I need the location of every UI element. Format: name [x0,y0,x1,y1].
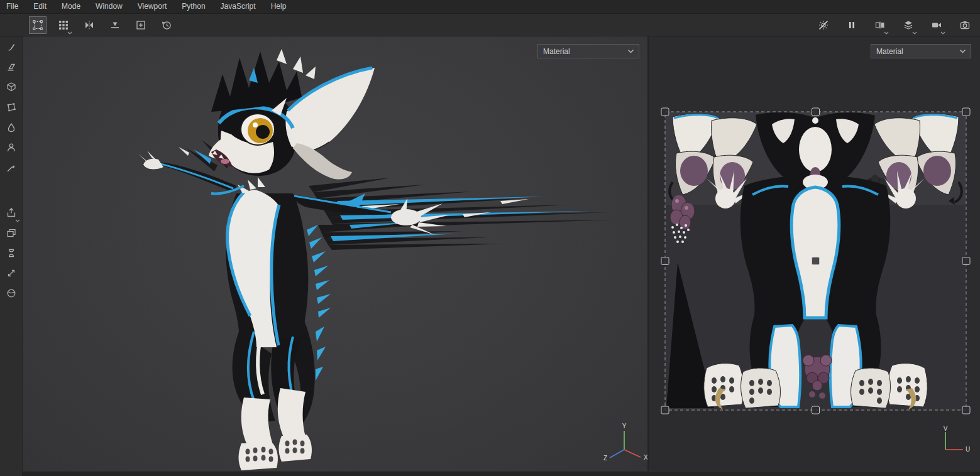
add-frame-icon [135,19,146,31]
uv-chunk-selection-icon [32,19,43,31]
symmetry-toggle-button[interactable] [80,16,98,34]
menu-window[interactable]: Window [88,0,130,13]
chevron-down-icon [940,31,945,35]
uv-handle-top-center[interactable] [812,108,820,116]
symmetry-icon [84,19,95,31]
material-layers-icon [903,19,914,31]
material-selector-3d[interactable]: Material [537,44,639,58]
tile-selection-button[interactable] [55,16,72,34]
axis-gizmo-3d: Y X Z [602,422,647,466]
export-icon [6,207,17,219]
chevron-down-icon [912,31,917,35]
menu-viewport[interactable]: Viewport [130,0,174,13]
menu-help[interactable]: Help [263,0,294,13]
toolbar-right-group [815,16,974,34]
polygon-fill-tool-button[interactable] [3,99,19,116]
resize-arrows-icon [6,268,17,279]
resources-stack-icon [6,227,17,239]
main-toolbar [0,14,980,36]
character-chest [227,177,279,347]
bottom-panel-edge [23,471,980,476]
chevron-down-icon [627,49,634,53]
viewport-screenshot-button[interactable] [956,16,974,34]
viewport-2d[interactable]: Material V U [649,36,980,471]
lighting-off-icon [818,19,829,31]
material-display-mode-button[interactable] [900,16,917,34]
character-head [209,49,375,194]
transform-button[interactable] [3,265,19,281]
camera-display-mode-button[interactable] [928,16,945,34]
resources-button[interactable] [3,225,19,241]
eraser-icon [6,62,17,73]
viewport-3d[interactable]: Material Y X Z [23,36,647,471]
export-textures-button[interactable] [3,205,19,221]
uv-handle-bottom-left[interactable] [661,406,669,414]
polygon-fill-icon [6,102,17,113]
tool-sidebar [0,36,23,476]
axis-v-label: V [944,426,948,432]
uv-texture-render [649,36,980,471]
material-selector-3d-value: Material [543,47,570,56]
uv-handle-bottom-center[interactable] [812,406,820,414]
chevron-down-icon [884,31,889,35]
tile-selection-icon [58,19,69,31]
video-camera-icon [931,19,942,31]
uv-handle-middle-left[interactable] [661,257,669,265]
uv-handle-top-left[interactable] [661,108,669,116]
eraser-tool-button[interactable] [3,59,19,75]
add-frame-button[interactable] [132,16,150,34]
paint-tool-button[interactable] [3,39,19,55]
history-clock-icon [161,19,172,31]
paint-brush-icon [6,41,17,53]
pause-engine-button[interactable] [843,16,861,34]
menu-edit[interactable]: Edit [26,0,54,13]
uv-handle-bottom-right[interactable] [962,406,970,414]
chevron-down-icon [67,31,72,35]
material-pen-icon [6,162,17,173]
chevron-down-icon [959,49,966,53]
axis-u-label: U [966,446,970,453]
toolbar-left-group [29,16,175,34]
material-sphere-button[interactable] [3,285,19,301]
axis-gizmo-2d: V U [935,426,973,457]
menu-file[interactable]: File [0,0,26,13]
menu-bar: File Edit Mode Window Viewport Python Ja… [0,0,980,14]
history-button[interactable] [158,16,175,34]
chevron-down-icon [15,219,20,222]
uv-handle-top-right[interactable] [962,108,970,116]
projection-tool-button[interactable] [3,79,19,95]
material-selector-2d-value: Material [876,47,903,56]
menu-javascript[interactable]: JavaScript [213,0,263,13]
projection-mode-button[interactable] [871,16,889,34]
material-selector-2d[interactable]: Material [871,44,971,58]
uv-handle-center[interactable] [812,257,820,265]
baking-button[interactable] [3,245,19,261]
pause-icon [847,20,857,30]
axis-z-label: Z [603,455,607,462]
clone-tool-button[interactable] [3,139,19,156]
uv-chunk-selection-button[interactable] [29,16,47,34]
viewport-lighting-off-button[interactable] [815,16,832,34]
projection-mode-icon [874,19,886,31]
symmetry-plane-icon [109,19,121,31]
menu-python[interactable]: Python [174,0,212,13]
3d-model-render [23,36,647,471]
material-picker-tool-button[interactable] [3,160,19,176]
axis-y-label: Y [622,423,627,430]
hourglass-icon [6,247,17,259]
viewport-divider[interactable] [647,36,649,471]
uv-handle-middle-right[interactable] [962,257,970,265]
smudge-tool-button[interactable] [3,119,19,136]
symmetry-plane-button[interactable] [106,16,124,34]
menu-mode[interactable]: Mode [54,0,88,13]
smudge-drop-icon [6,122,17,133]
character-feet [239,388,312,470]
material-sphere-icon [6,288,17,299]
cube-icon [6,82,17,93]
camera-icon [959,19,971,31]
person-icon [6,142,17,153]
